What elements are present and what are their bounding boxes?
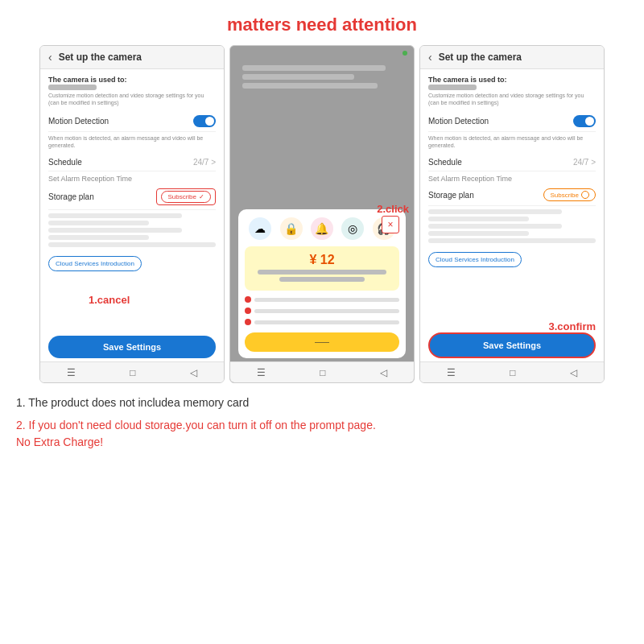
screenshots-row: ‹ Set up the camera The camera is used t… <box>0 45 644 383</box>
subscribe-box-left[interactable]: Subscribe ✓ <box>156 188 216 205</box>
info-section: 1. The product does not includea memory … <box>0 383 644 451</box>
blur4-right <box>428 231 529 236</box>
right-header-title: Set up the camera <box>439 52 522 63</box>
nav-menu-icon-mid[interactable]: ☰ <box>257 367 266 378</box>
alarm-label-right: Set Alarm Reception Time <box>428 175 596 183</box>
subscribe-icon-left: ✓ <box>199 193 204 200</box>
schedule-row-left: Schedule 24/7 > <box>48 154 216 171</box>
info-line-2-text: 2. If you don't need cloud storage.you c… <box>16 419 376 431</box>
motion-detection-row-right: Motion Detection <box>428 111 596 132</box>
motion-label-left: Motion Detection <box>48 117 109 126</box>
alarm-label-left: Set Alarm Reception Time <box>48 175 216 183</box>
save-settings-btn-right[interactable]: Save Settings <box>428 332 596 358</box>
nav-back-icon-right[interactable]: ◁ <box>570 367 577 378</box>
save-settings-btn-left[interactable]: Save Settings <box>48 336 216 358</box>
blur4-left <box>48 235 149 240</box>
back-arrow-icon-right[interactable]: ‹ <box>428 51 432 64</box>
schedule-value-left: 24/7 > <box>193 158 216 167</box>
motion-label-right: Motion Detection <box>428 117 489 126</box>
popup-list-item-1 <box>238 294 406 305</box>
middle-bg-content <box>230 46 414 89</box>
left-phone-nav: ☰ □ ◁ <box>40 361 224 382</box>
red-circle-icon-1 <box>245 296 251 303</box>
red-circle-icon-2 <box>245 308 251 314</box>
blur1-left <box>48 213 182 218</box>
plan-card: ¥ 12 <box>245 246 399 291</box>
info-line-3-text: No Extra Charge! <box>16 436 103 448</box>
storage-row-right: Storage plan Subscribe <box>428 184 596 206</box>
m-blur2 <box>242 74 354 80</box>
annotation-confirm: 3.confirm <box>548 320 596 332</box>
motion-detection-row-left: Motion Detection <box>48 111 216 132</box>
motion-note-left: When motion is detected, an alarm messag… <box>48 134 216 149</box>
plan-blur1 <box>258 270 386 275</box>
right-phone-screen: ‹ Set up the camera The camera is used t… <box>419 45 605 383</box>
blur3-left <box>48 228 182 233</box>
nav-menu-icon-right[interactable]: ☰ <box>447 367 456 378</box>
nav-menu-icon-left[interactable]: ☰ <box>67 367 76 378</box>
popup-icon-cloud: ☁ <box>249 217 271 240</box>
popup-icon-circle: ◎ <box>341 217 364 240</box>
info-line-2: 2. If you don't need cloud storage.you c… <box>16 417 628 451</box>
storage-row-left: Storage plan Subscribe ✓ <box>48 184 216 210</box>
annotation-click: 2.click <box>377 203 409 215</box>
cloud-btn-right[interactable]: Cloud Services Introduction <box>428 252 522 267</box>
schedule-label-left: Schedule <box>48 158 82 167</box>
blur1-right <box>428 209 562 214</box>
plan-blur2 <box>279 277 365 282</box>
annotation-cancel: 1.cancel <box>89 294 130 306</box>
nav-back-icon-left[interactable]: ◁ <box>190 367 197 378</box>
blur5-left <box>48 242 216 247</box>
left-phone-header: ‹ Set up the camera <box>40 46 224 69</box>
motion-note-right: When motion is detected, an alarm messag… <box>428 134 596 149</box>
blur5-right <box>428 238 596 243</box>
subscribe-btn-left[interactable]: Subscribe ✓ <box>161 191 211 203</box>
back-arrow-icon[interactable]: ‹ <box>48 51 52 64</box>
cloud-btn-left[interactable]: Cloud Services Introduction <box>48 256 142 271</box>
middle-phone-screen: × ☁ 🔒 🔔 ◎ 🎧 ¥ 12 <box>229 45 415 383</box>
popup-list-blur-3 <box>254 320 399 324</box>
schedule-label-right: Schedule <box>428 158 462 167</box>
subscribe-btn-right[interactable]: Subscribe <box>543 188 596 201</box>
camera-sublabel-right: Customize motion detection and video sto… <box>428 92 596 106</box>
blur2-right <box>428 217 529 221</box>
camera-label-right: The camera is used to: <box>428 76 596 84</box>
camera-sublabel-left: Customize motion detection and video sto… <box>48 92 216 106</box>
popup-overlay: × ☁ 🔒 🔔 ◎ 🎧 ¥ 12 <box>238 209 406 358</box>
popup-icon-alert: 🔔 <box>311 217 333 240</box>
blur3-right <box>428 224 562 229</box>
popup-list-blur-1 <box>254 298 399 302</box>
middle-phone-nav: ☰ □ ◁ <box>230 361 414 382</box>
left-phone-screen: ‹ Set up the camera The camera is used t… <box>39 45 225 383</box>
right-phone-body: The camera is used to: Customize motion … <box>420 69 604 274</box>
m-blur1 <box>242 65 386 71</box>
page-title: matters need attention <box>0 0 644 45</box>
popup-list-item-3 <box>238 316 406 328</box>
nav-home-icon-right[interactable]: □ <box>510 367 515 378</box>
popup-list-item-2 <box>238 305 406 316</box>
storage-plan-label-right: Storage plan <box>428 191 474 200</box>
plan-price: ¥ 12 <box>251 253 393 267</box>
green-dot-icon <box>402 51 407 56</box>
schedule-row-right: Schedule 24/7 > <box>428 154 596 171</box>
popup-list-blur-2 <box>254 309 399 313</box>
popup-icon-lock: 🔒 <box>280 217 303 240</box>
camera-label-left: The camera is used to: <box>48 76 216 84</box>
schedule-value-right: 24/7 > <box>573 158 596 167</box>
popup-close-button[interactable]: × <box>382 216 399 233</box>
right-phone-nav: ☰ □ ◁ <box>420 361 604 382</box>
m-blur3 <box>242 83 378 89</box>
left-phone-body: The camera is used to: Customize motion … <box>40 69 224 278</box>
left-header-title: Set up the camera <box>59 52 142 63</box>
close-x-icon: × <box>387 219 393 230</box>
blur2-left <box>48 221 149 225</box>
storage-plan-label-left: Storage plan <box>48 192 94 201</box>
red-circle-icon-3 <box>245 319 251 325</box>
motion-toggle-right[interactable] <box>573 115 596 127</box>
nav-back-icon-mid[interactable]: ◁ <box>380 367 387 378</box>
nav-home-icon-mid[interactable]: □ <box>320 367 325 378</box>
subscribe-circle-icon <box>581 191 589 199</box>
nav-home-icon-left[interactable]: □ <box>130 367 135 378</box>
motion-toggle-left[interactable] <box>193 115 216 127</box>
popup-action-button[interactable]: —— <box>245 332 399 352</box>
